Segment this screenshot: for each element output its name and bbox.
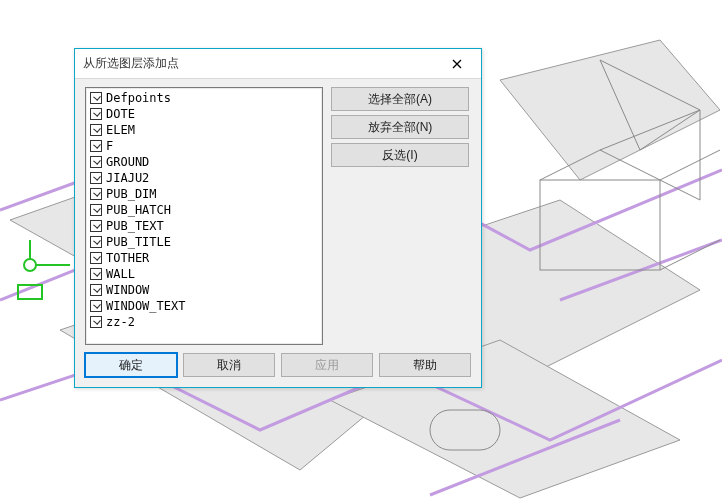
invert-button[interactable]: 反选(I) — [331, 143, 469, 167]
layer-checkbox[interactable] — [90, 300, 102, 312]
svg-marker-4 — [500, 40, 720, 180]
layer-checkbox[interactable] — [90, 124, 102, 136]
apply-button[interactable]: 应用 — [281, 353, 373, 377]
layer-checkbox[interactable] — [90, 156, 102, 168]
cancel-button[interactable]: 取消 — [183, 353, 275, 377]
add-points-from-layers-dialog: 从所选图层添加点 DefpointsDOTEELEMFGROUNDJIAJU2P… — [74, 48, 482, 388]
layer-checkbox[interactable] — [90, 188, 102, 200]
layers-listbox[interactable]: DefpointsDOTEELEMFGROUNDJIAJU2PUB_DIMPUB… — [85, 87, 323, 345]
layer-checkbox[interactable] — [90, 252, 102, 264]
layer-name-label: PUB_HATCH — [106, 202, 171, 218]
close-button[interactable] — [437, 52, 477, 76]
close-icon — [452, 59, 462, 69]
layer-checkbox[interactable] — [90, 108, 102, 120]
layer-row[interactable]: zz-2 — [90, 314, 323, 330]
layer-row[interactable]: WINDOW_TEXT — [90, 298, 323, 314]
layer-row[interactable]: GROUND — [90, 154, 323, 170]
layer-row[interactable]: JIAJU2 — [90, 170, 323, 186]
clear-all-button[interactable]: 放弃全部(N) — [331, 115, 469, 139]
layer-name-label: WINDOW_TEXT — [106, 298, 185, 314]
layer-row[interactable]: PUB_TEXT — [90, 218, 323, 234]
layer-checkbox[interactable] — [90, 284, 102, 296]
layer-name-label: WINDOW — [106, 282, 149, 298]
layer-checkbox[interactable] — [90, 172, 102, 184]
layer-name-label: ELEM — [106, 122, 135, 138]
dialog-client-area: DefpointsDOTEELEMFGROUNDJIAJU2PUB_DIMPUB… — [75, 79, 481, 387]
layer-name-label: TOTHER — [106, 250, 149, 266]
layer-name-label: PUB_DIM — [106, 186, 157, 202]
layer-checkbox[interactable] — [90, 268, 102, 280]
layers-list-inner: DefpointsDOTEELEMFGROUNDJIAJU2PUB_DIMPUB… — [86, 88, 323, 332]
layer-checkbox[interactable] — [90, 204, 102, 216]
layer-name-label: DOTE — [106, 106, 135, 122]
dialog-titlebar: 从所选图层添加点 — [75, 49, 481, 79]
svg-point-12 — [24, 259, 36, 271]
layer-checkbox[interactable] — [90, 92, 102, 104]
layer-name-label: Defpoints — [106, 90, 171, 106]
layer-checkbox[interactable] — [90, 220, 102, 232]
layer-name-label: F — [106, 138, 113, 154]
layer-checkbox[interactable] — [90, 140, 102, 152]
layer-row[interactable]: F — [90, 138, 323, 154]
layer-row[interactable]: WALL — [90, 266, 323, 282]
layer-row[interactable]: TOTHER — [90, 250, 323, 266]
ok-button[interactable]: 确定 — [85, 353, 177, 377]
layer-checkbox[interactable] — [90, 236, 102, 248]
svg-line-8 — [660, 240, 720, 270]
help-button[interactable]: 帮助 — [379, 353, 471, 377]
layer-name-label: zz-2 — [106, 314, 135, 330]
layer-row[interactable]: PUB_HATCH — [90, 202, 323, 218]
layer-row[interactable]: ELEM — [90, 122, 323, 138]
layer-row[interactable]: PUB_TITLE — [90, 234, 323, 250]
dialog-button-bar: 确定 取消 应用 帮助 — [85, 353, 471, 377]
layer-row[interactable]: PUB_DIM — [90, 186, 323, 202]
layer-row[interactable]: WINDOW — [90, 282, 323, 298]
layer-name-label: WALL — [106, 266, 135, 282]
layer-name-label: GROUND — [106, 154, 149, 170]
layer-row[interactable]: DOTE — [90, 106, 323, 122]
layer-name-label: PUB_TEXT — [106, 218, 164, 234]
dialog-title: 从所选图层添加点 — [83, 55, 437, 72]
select-all-button[interactable]: 选择全部(A) — [331, 87, 469, 111]
selection-buttons-group: 选择全部(A) 放弃全部(N) 反选(I) — [331, 87, 471, 167]
layer-name-label: PUB_TITLE — [106, 234, 171, 250]
layer-name-label: JIAJU2 — [106, 170, 149, 186]
layer-row[interactable]: Defpoints — [90, 90, 323, 106]
layer-checkbox[interactable] — [90, 316, 102, 328]
